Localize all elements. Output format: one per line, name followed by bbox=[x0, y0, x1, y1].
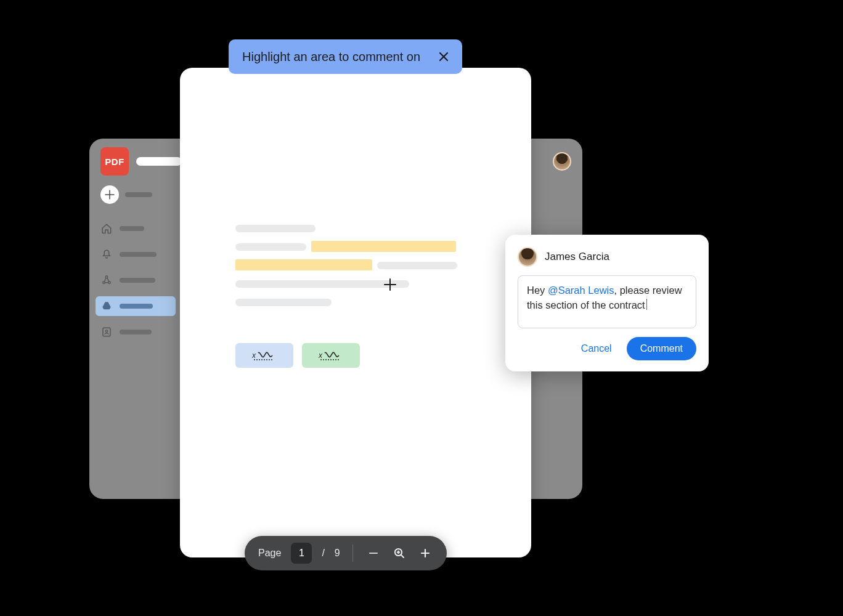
comment-actions: Cancel Comment bbox=[518, 337, 696, 360]
svg-text:x: x bbox=[252, 351, 256, 360]
sidebar-item-home[interactable] bbox=[100, 219, 182, 238]
svg-point-4 bbox=[105, 330, 107, 332]
comment-text-pre: Hey bbox=[527, 285, 548, 296]
signature-field-2[interactable]: x bbox=[302, 343, 360, 368]
new-button[interactable] bbox=[100, 185, 119, 204]
page-toolbar: Page 1 / 9 bbox=[245, 536, 447, 570]
page-label: Page bbox=[258, 548, 281, 559]
signature-icon: x bbox=[252, 349, 277, 362]
page-total: 9 bbox=[335, 548, 340, 559]
text-skeleton bbox=[235, 225, 316, 232]
sidebar-label-bar bbox=[120, 278, 155, 283]
document-content: x x bbox=[180, 68, 531, 368]
sidebar-label-bar bbox=[120, 226, 144, 231]
document-page[interactable]: x x bbox=[180, 68, 531, 557]
zoom-fit-button[interactable] bbox=[391, 545, 407, 561]
plus-icon bbox=[420, 548, 431, 559]
svg-point-2 bbox=[108, 282, 111, 284]
home-icon bbox=[100, 222, 113, 235]
comment-text-input[interactable]: Hey @Sarah Lewis, please review this sec… bbox=[518, 275, 696, 328]
zoom-out-button[interactable] bbox=[365, 545, 381, 561]
highlight-tooltip-banner: Highlight an area to comment on bbox=[229, 39, 462, 74]
comment-mention[interactable]: @Sarah Lewis bbox=[548, 285, 614, 296]
page-number-input[interactable]: 1 bbox=[291, 543, 312, 564]
sidebar-item-drive[interactable] bbox=[96, 296, 176, 316]
bell-icon bbox=[100, 248, 113, 261]
magnifier-plus-icon bbox=[393, 547, 405, 559]
sidebar-item-notifications[interactable] bbox=[100, 245, 182, 264]
drive-icon bbox=[100, 300, 113, 312]
sidebar-new-row[interactable] bbox=[100, 185, 182, 204]
text-skeleton bbox=[235, 243, 306, 251]
close-icon bbox=[438, 51, 449, 62]
sidebar-label-bar bbox=[120, 252, 157, 257]
sidebar-item-shared[interactable] bbox=[100, 270, 182, 290]
text-line-with-highlight bbox=[235, 262, 493, 269]
sidebar-label-bar bbox=[120, 304, 153, 309]
comment-submit-button[interactable]: Comment bbox=[627, 337, 696, 360]
comment-popup: James Garcia Hey @Sarah Lewis, please re… bbox=[505, 235, 709, 371]
svg-point-1 bbox=[103, 282, 105, 284]
highlight-segment[interactable] bbox=[235, 259, 372, 270]
pdf-logo-badge: PDF bbox=[100, 147, 129, 176]
svg-text:x: x bbox=[319, 351, 323, 360]
sidebar bbox=[89, 182, 182, 348]
sidebar-label-bar bbox=[120, 330, 152, 334]
signature-icon: x bbox=[319, 349, 343, 362]
search-placeholder-pill[interactable] bbox=[136, 157, 182, 166]
svg-point-0 bbox=[105, 276, 108, 278]
sidebar-item-contacts[interactable] bbox=[100, 322, 182, 342]
contacts-icon bbox=[100, 326, 113, 338]
zoom-in-button[interactable] bbox=[417, 545, 433, 561]
text-skeleton bbox=[377, 262, 457, 269]
comment-author-avatar bbox=[518, 247, 537, 267]
signature-field-1[interactable]: x bbox=[235, 343, 293, 368]
page-separator: / bbox=[322, 548, 324, 559]
signature-row: x x bbox=[235, 343, 493, 368]
comment-author-name: James Garcia bbox=[545, 251, 609, 263]
new-label-bar bbox=[125, 192, 152, 197]
comment-header: James Garcia bbox=[518, 247, 696, 267]
tooltip-text: Highlight an area to comment on bbox=[242, 50, 420, 64]
highlight-cursor-icon bbox=[383, 278, 397, 291]
tooltip-close-button[interactable] bbox=[436, 49, 451, 64]
highlight-segment[interactable] bbox=[311, 241, 456, 252]
share-icon bbox=[100, 274, 113, 286]
toolbar-divider bbox=[352, 545, 353, 562]
cancel-button[interactable]: Cancel bbox=[579, 338, 614, 359]
text-skeleton bbox=[235, 299, 332, 306]
minus-icon bbox=[368, 548, 379, 559]
text-cursor bbox=[646, 299, 648, 310]
text-line-with-highlight bbox=[235, 243, 493, 251]
header-avatar[interactable] bbox=[553, 152, 571, 171]
